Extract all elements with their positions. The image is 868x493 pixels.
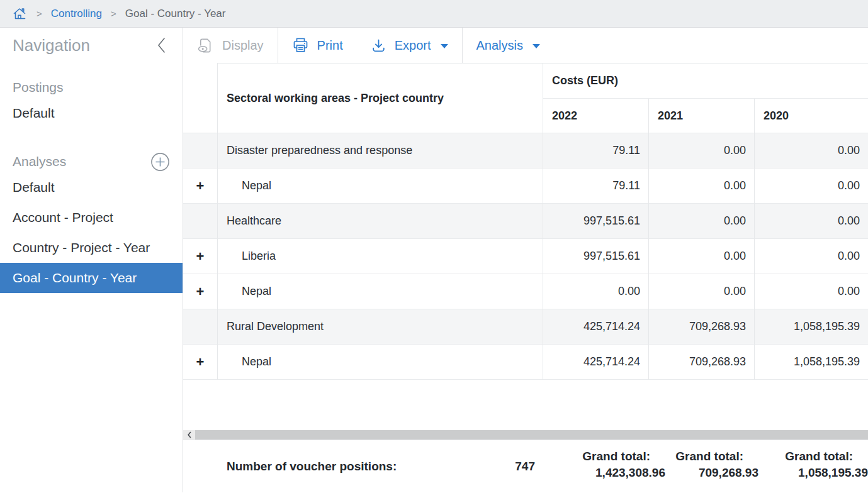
- grand-total-label: Grand total:: [758, 449, 868, 464]
- scroll-left-button[interactable]: [183, 430, 195, 440]
- grand-total-2020: Grand total: 1,058,195.39: [758, 440, 868, 492]
- cost-value: 0.00: [543, 274, 649, 309]
- breadcrumb-link-controlling[interactable]: Controlling: [51, 8, 102, 20]
- analysis-button-label: Analysis: [476, 38, 523, 53]
- table-row: +Nepal425,714.24709,268.931,058,195.39: [183, 345, 868, 380]
- costs-table: Sectoral working areas - Project country…: [183, 63, 868, 380]
- sidebar-title: Navigation: [13, 36, 90, 55]
- cost-value: 0.00: [755, 133, 868, 169]
- home-icon[interactable]: [11, 6, 28, 21]
- sidebar-item-goal-country-year[interactable]: Goal - Country - Year: [0, 263, 183, 293]
- expand-column-header: [183, 63, 218, 133]
- table-row: Rural Development425,714.24709,268.931,0…: [183, 309, 868, 345]
- totals-footer: Number of voucher positions: 747 Grand t…: [183, 440, 868, 492]
- row-label: Nepal: [218, 169, 543, 204]
- expand-cell-empty: [183, 309, 218, 345]
- cost-value: 709,268.93: [649, 309, 755, 345]
- breadcrumb-separator: >: [111, 8, 116, 19]
- toolbar: Display Print Export: [183, 28, 868, 63]
- sidebar-item-country-project-year[interactable]: Country - Project - Year: [0, 233, 183, 263]
- display-button-label: Display: [222, 38, 264, 53]
- cost-value: 0.00: [649, 239, 755, 274]
- sidebar-item-account-project[interactable]: Account - Project: [0, 202, 183, 233]
- cost-value: 0.00: [649, 133, 755, 169]
- scrollbar-thumb[interactable]: [195, 430, 868, 440]
- costs-group-header: Costs (EUR): [543, 63, 868, 99]
- year-column-header-2020: 2020: [755, 99, 868, 133]
- grand-total-2022: Grand total: 1,423,308.96: [543, 440, 665, 492]
- table-body: Disaster preparedness and response79.110…: [183, 133, 868, 380]
- plus-circle-icon: [150, 152, 170, 172]
- row-label: Healthcare: [218, 204, 543, 239]
- print-button-label: Print: [317, 38, 343, 53]
- expand-cell-empty: [183, 204, 218, 239]
- collapse-sidebar-button[interactable]: [156, 36, 166, 54]
- cost-value: 0.00: [649, 169, 755, 204]
- table-row: +Liberia997,515.610.000.00: [183, 239, 868, 274]
- cost-value: 0.00: [755, 169, 868, 204]
- table-row: +Nepal79.110.000.00: [183, 169, 868, 204]
- cost-value: 0.00: [755, 204, 868, 239]
- cost-value: 997,515.61: [543, 204, 649, 239]
- grand-total-2021: Grand total: 709,268.93: [665, 440, 758, 492]
- sidebar: Navigation Postings Default Analyses: [0, 28, 183, 492]
- year-column-header-2021: 2021: [649, 99, 755, 133]
- breadcrumb-separator: >: [37, 8, 42, 19]
- export-button-label: Export: [395, 38, 431, 53]
- cost-value: 709,268.93: [649, 345, 755, 380]
- horizontal-scrollbar[interactable]: [183, 430, 868, 440]
- caret-down-icon: [533, 44, 540, 48]
- grand-total-value: 709,268.93: [665, 464, 758, 481]
- expand-row-button[interactable]: +: [183, 169, 218, 204]
- cost-value: 0.00: [649, 274, 755, 309]
- cost-value: 997,515.61: [543, 239, 649, 274]
- voucher-positions-count: 747: [515, 460, 535, 474]
- table-row: Healthcare997,515.610.000.00: [183, 204, 868, 239]
- row-label: Disaster preparedness and response: [218, 133, 543, 169]
- row-label: Rural Development: [218, 309, 543, 345]
- cost-value: 0.00: [649, 204, 755, 239]
- main-content: Display Print Export: [183, 28, 868, 492]
- display-button[interactable]: Display: [183, 28, 278, 63]
- printer-icon: [292, 37, 309, 53]
- grand-total-value: 1,058,195.39: [758, 464, 868, 481]
- year-column-header-2022: 2022: [543, 99, 649, 133]
- costs-table-area: Sectoral working areas - Project country…: [183, 63, 868, 430]
- analysis-button[interactable]: Analysis: [463, 28, 554, 63]
- cost-value: 79.11: [543, 133, 649, 169]
- chevron-left-icon: [156, 36, 166, 54]
- section-header-postings: Postings: [13, 80, 64, 95]
- breadcrumb-current-page: Goal - Country - Year: [125, 8, 226, 20]
- cost-value: 0.00: [755, 239, 868, 274]
- table-row: Disaster preparedness and response79.110…: [183, 133, 868, 169]
- voucher-positions-label: Number of voucher positions:: [227, 460, 397, 474]
- expand-cell-empty: [183, 133, 218, 169]
- add-analysis-button[interactable]: [150, 152, 170, 172]
- grand-total-label: Grand total:: [543, 449, 665, 464]
- export-button[interactable]: Export: [357, 28, 462, 63]
- breadcrumb: > Controlling > Goal - Country - Year: [0, 0, 868, 28]
- expand-row-button[interactable]: +: [183, 345, 218, 380]
- expand-row-button[interactable]: +: [183, 274, 218, 309]
- cost-value: 1,058,195.39: [755, 345, 868, 380]
- caret-down-icon: [441, 44, 448, 48]
- chevron-left-icon: [187, 431, 192, 438]
- table-row: +Nepal0.000.000.00: [183, 274, 868, 309]
- cost-value: 0.00: [755, 274, 868, 309]
- row-label: Nepal: [218, 274, 543, 309]
- cost-value: 425,714.24: [543, 309, 649, 345]
- section-header-analyses: Analyses: [13, 154, 66, 169]
- row-label: Nepal: [218, 345, 543, 380]
- row-label: Liberia: [218, 239, 543, 274]
- cost-value: 425,714.24: [543, 345, 649, 380]
- expand-row-button[interactable]: +: [183, 239, 218, 274]
- grand-total-value: 1,423,308.96: [543, 464, 665, 481]
- row-dimension-header: Sectoral working areas - Project country: [218, 63, 543, 133]
- print-button[interactable]: Print: [278, 28, 357, 63]
- sidebar-item-postings-default[interactable]: Default: [0, 98, 183, 128]
- display-document-eye-icon: [197, 37, 214, 54]
- cost-value: 79.11: [543, 169, 649, 204]
- cost-value: 1,058,195.39: [755, 309, 868, 345]
- download-icon: [371, 38, 386, 53]
- sidebar-item-analyses-default[interactable]: Default: [0, 172, 183, 202]
